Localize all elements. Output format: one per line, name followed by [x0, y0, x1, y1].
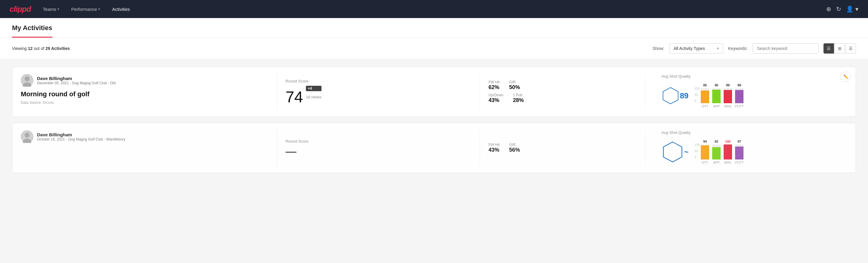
- main-score: 74 +4 18 Holes: [286, 86, 472, 105]
- card-quality: Avg Shot Quality 89 100 50 0: [654, 74, 847, 109]
- bar2-arg-fill: [724, 144, 732, 159]
- bar-app-fill: [712, 90, 721, 103]
- bar2-ott-value: 94: [703, 140, 707, 143]
- quality-title-2: Avg Shot Quality: [661, 130, 690, 135]
- up-down-value: 43%: [489, 97, 503, 104]
- hexagon-icon-2: [661, 139, 684, 166]
- bar2-app-container: [712, 144, 721, 159]
- nav-item-teams[interactable]: Teams ▾: [43, 7, 59, 12]
- bar2-putt-fill: [735, 147, 743, 160]
- bar-arg-fill: [724, 90, 732, 104]
- keywords-label: Keywords:: [728, 46, 748, 51]
- fw-hit-label-2: FW Hit: [489, 143, 500, 147]
- bar2-app: 82 APP: [712, 140, 721, 164]
- hexagon-icon: [661, 82, 680, 109]
- detail-up-down: Up/Down 43%: [489, 93, 503, 104]
- detail-1putt: 1 Putt 28%: [513, 93, 524, 104]
- gir-value-2: 56%: [509, 147, 520, 153]
- navbar: clippd Teams ▾ Performance ▾ Activities …: [0, 0, 868, 18]
- user-menu-icon[interactable]: 👤 ▾: [846, 5, 858, 12]
- page-title: My Activities: [12, 24, 52, 38]
- view-compact-button[interactable]: ☰: [824, 43, 834, 54]
- bar-arg-container: [724, 88, 732, 103]
- activities-list: Dave Billingham December 05, 2021 - Gog …: [0, 59, 868, 180]
- detail2-fw-hit: FW Hit 43%: [489, 143, 500, 153]
- bar2-arg-value: 106: [725, 140, 731, 143]
- card2-quality: Avg Shot Quality ~ 100 50 0 94: [654, 130, 847, 166]
- card2-details: FW Hit 43% GIR 56%: [489, 130, 637, 166]
- add-icon[interactable]: ⊕: [826, 5, 831, 12]
- gir-label: GIR: [509, 80, 520, 84]
- nav-item-activities[interactable]: Activities: [112, 7, 130, 12]
- fw-hit-label: FW Hit: [489, 80, 500, 84]
- card2-divider-2: [480, 130, 480, 166]
- bar-app-value: 90: [715, 83, 718, 87]
- nav-label-performance: Performance: [71, 7, 97, 12]
- filter-viewing-text: Viewing 12 out of 29 Activities: [12, 46, 647, 51]
- quality-content-2: ~ 100 50 0 94 OTT: [661, 139, 743, 166]
- card2-round-score: Round Score —: [286, 130, 472, 166]
- bar2-arg-container: [724, 144, 732, 159]
- score-value: 74: [286, 89, 303, 105]
- y-axis-50: 50: [694, 93, 700, 96]
- keyword-search-input[interactable]: [752, 43, 819, 54]
- detail-fw-hit: FW Hit 62%: [489, 80, 500, 91]
- view-list-button[interactable]: ☰: [845, 43, 856, 54]
- 1putt-value: 28%: [513, 97, 524, 104]
- detail2-gir: GIR 56%: [509, 143, 520, 153]
- bar2-putt: 87 PUTT: [735, 140, 744, 164]
- bar-putt-fill: [735, 90, 743, 104]
- viewing-middle: out of: [32, 46, 45, 51]
- bar2-ott-container: [701, 144, 709, 159]
- refresh-icon[interactable]: ↻: [836, 5, 841, 12]
- bar-ott-fill: [701, 91, 709, 104]
- bar-arg-label: ARG: [724, 105, 732, 108]
- avatar: [21, 74, 33, 87]
- bar-putt-container: [735, 88, 743, 103]
- bar2-arg: 106 ARG: [724, 140, 732, 164]
- user-details-2: Dave Billingham October 16, 2021 - Gog M…: [37, 132, 125, 141]
- hex-quality-score-2: ~: [661, 139, 688, 166]
- bar-arg-value: 89: [726, 83, 730, 87]
- score-value-2: —: [286, 146, 297, 157]
- user-date: December 05, 2021 - Gog Magog Golf Club …: [37, 81, 116, 85]
- viewing-count: 12: [28, 46, 33, 51]
- 1putt-label: 1 Putt: [513, 93, 524, 97]
- bar2-ott: 94 OTT: [701, 140, 709, 164]
- viewing-text: Viewing: [12, 46, 28, 51]
- card-left: Dave Billingham December 05, 2021 - Gog …: [21, 74, 269, 109]
- bar2-putt-container: [735, 144, 743, 159]
- activity-type-dropdown[interactable]: All Activity Types ▾: [669, 43, 723, 54]
- bar2-putt-label: PUTT: [735, 161, 744, 164]
- card-divider-2: [480, 74, 480, 109]
- bar-app-container: [712, 88, 721, 103]
- bar2-arg-label: ARG: [724, 161, 732, 164]
- navbar-left: clippd Teams ▾ Performance ▾ Activities: [10, 4, 130, 14]
- quality-title: Avg Shot Quality: [661, 74, 690, 79]
- chevron-down-icon: ▾: [98, 7, 100, 11]
- edit-button[interactable]: ✏️: [841, 71, 851, 82]
- detail-row-bottom: Up/Down 43% 1 Putt 28%: [489, 93, 637, 104]
- view-grid-button[interactable]: ⊞: [835, 43, 845, 54]
- gir-value: 50%: [509, 84, 520, 91]
- user-name: Dave Billingham: [37, 76, 116, 81]
- activity-type-value: All Activity Types: [674, 46, 705, 51]
- viewing-suffix: Activities: [50, 46, 70, 51]
- filter-bar-right: Show: All Activity Types ▾ Keywords: ☰ ⊞…: [653, 43, 856, 54]
- card-details: FW Hit 62% GIR 50% Up/Down 43% 1 Putt 28…: [489, 74, 637, 109]
- bar-app: 90 APP: [712, 83, 721, 108]
- fw-hit-value-2: 43%: [489, 147, 500, 153]
- y-axis-0: 0: [694, 99, 700, 103]
- view-toggle: ☰ ⊞ ☰: [824, 43, 856, 54]
- score-badge: +4: [306, 86, 321, 91]
- up-down-label: Up/Down: [489, 93, 503, 97]
- nav-item-performance[interactable]: Performance ▾: [71, 7, 100, 12]
- bar2-app-value: 82: [715, 140, 718, 143]
- card-left-2: Dave Billingham October 16, 2021 - Gog M…: [21, 130, 269, 166]
- bar-y-axis: 100 50 0: [694, 87, 700, 108]
- bar-putt-value: 89: [738, 83, 741, 87]
- quality-content: 89 100 50 0 85 OTT: [661, 82, 743, 109]
- hex-score-value-2: ~: [684, 147, 688, 157]
- logo[interactable]: clippd: [10, 4, 31, 14]
- user-details: Dave Billingham December 05, 2021 - Gog …: [37, 76, 116, 85]
